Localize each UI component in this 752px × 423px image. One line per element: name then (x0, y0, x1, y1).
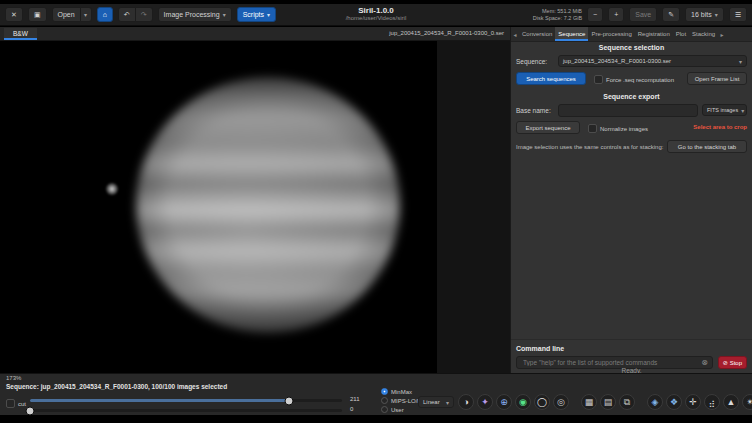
lo-threshold-slider[interactable] (30, 409, 342, 412)
tab-scroll-right-icon[interactable]: ▸ (718, 27, 726, 41)
tab-conversion[interactable]: Conversion (519, 27, 555, 41)
undo-button[interactable]: ↶ (118, 7, 136, 22)
menu-button[interactable]: ☰ (729, 7, 747, 22)
zoom-in-icon: + (614, 11, 618, 18)
control-tabs: ◂ Conversion Sequence Pre-processing Reg… (511, 27, 752, 42)
aperture-icon[interactable]: ✴ (742, 394, 752, 410)
mountain-icon[interactable]: ▲ (723, 394, 739, 410)
chevron-down-icon: ▾ (738, 107, 744, 114)
siril-window: ✕ ▣ Open ▾ ⌂ ↶ ↷ Image Processing ▾ Scri… (0, 0, 752, 423)
tab-pre-processing[interactable]: Pre-processing (588, 27, 634, 41)
display-mode-user[interactable]: User (381, 406, 423, 413)
image-viewport[interactable] (0, 41, 510, 373)
tab-scroll-left-icon[interactable]: ◂ (511, 27, 519, 41)
image-canvas[interactable] (0, 41, 437, 373)
sequence-status: Sequence: jup_200415_204534_R_F0001-0300… (6, 383, 227, 390)
bottom-bar: 173% Sequence: jup_200415_204534_R_F0001… (0, 373, 752, 415)
display-mode-group: MinMax MIPS-LO/HI User (381, 388, 423, 413)
star-icon[interactable]: ✦ (477, 394, 493, 410)
window-mode-button[interactable]: ▣ (28, 7, 47, 22)
sequence-dropdown[interactable]: jup_200415_204534_R_F0001-0300.ser ▾ (558, 55, 747, 67)
normalize-images-checkbox[interactable]: Normalize images (588, 124, 648, 133)
record-icon[interactable]: ◉ (515, 394, 531, 410)
bit-depth-dropdown[interactable]: 16 bits ▾ (685, 7, 724, 22)
crosshair-icon[interactable]: ✛ (685, 394, 701, 410)
tab-sequence[interactable]: Sequence (555, 27, 588, 41)
tab-bw-channel[interactable]: B&W (4, 28, 37, 40)
undo-icon: ↶ (124, 11, 130, 19)
zoom-level: 173% (6, 375, 21, 381)
snapshot-icon[interactable]: ◎ (553, 394, 569, 410)
export-format-dropdown[interactable]: FITS images ▾ (702, 104, 747, 116)
close-icon: ✕ (11, 11, 17, 19)
window-title: Siril-1.0.0 /home/user/Videos/siril (346, 6, 407, 22)
display-mode-minmax[interactable]: MinMax (381, 388, 423, 395)
disk-space: Disk Space: 7.2 GiB (533, 15, 582, 22)
hi-threshold-slider[interactable] (30, 399, 342, 402)
globe-icon[interactable]: ⊕ (496, 394, 512, 410)
base-name-input[interactable] (563, 106, 693, 115)
diamond-icon[interactable]: ◈ (647, 394, 663, 410)
lo-slider-knob[interactable] (26, 406, 35, 415)
chevron-down-icon: ▾ (84, 11, 87, 18)
command-line-header: Command line (516, 345, 752, 352)
save-as-icon: ✎ (668, 11, 674, 19)
checkbox-icon (588, 124, 597, 133)
force-seq-recompute-checkbox[interactable]: Force .seq recomputation (594, 75, 674, 84)
window-icon: ▣ (34, 11, 41, 19)
command-input[interactable] (521, 358, 698, 367)
radio-icon (381, 397, 388, 404)
open-menu-button[interactable]: ▾ (81, 7, 92, 22)
histogram-icon[interactable]: ⣴ (704, 394, 720, 410)
jupiter-image (136, 77, 400, 333)
image-processing-button[interactable]: Image Processing ▾ (158, 7, 232, 22)
home-button[interactable]: ⌂ (97, 7, 113, 22)
contrast-icon[interactable]: ◑ (458, 394, 474, 410)
base-name-label: Base name: (516, 107, 551, 114)
export-sequence-button[interactable]: Export sequence (516, 121, 580, 134)
checkbox-icon (6, 399, 15, 408)
command-line-section: Command line ⊗ ⊘ Stop Ready. (511, 339, 752, 373)
checkbox-icon (594, 75, 603, 84)
cut-checkbox[interactable]: cut (6, 399, 26, 408)
open-button[interactable]: Open (52, 7, 81, 22)
titlebar: ✕ ▣ Open ▾ ⌂ ↶ ↷ Image Processing ▾ Scri… (0, 4, 752, 26)
open-frame-list-button[interactable]: Open Frame List (687, 72, 747, 85)
radio-icon (381, 388, 388, 395)
display-mode-mips-lo-hi[interactable]: MIPS-LO/HI (381, 397, 423, 404)
layers-icon[interactable]: ❖ (666, 394, 682, 410)
resource-usage: Mem: 551.2 MiB Disk Space: 7.2 GiB (533, 8, 582, 22)
go-to-stacking-button[interactable]: Go to the stacking tab (667, 140, 747, 153)
lo-value: 0 (350, 406, 353, 412)
hi-slider-knob[interactable] (284, 396, 293, 405)
base-name-entry[interactable] (558, 104, 698, 117)
hamburger-icon: ☰ (735, 11, 741, 19)
save-as-button[interactable]: ✎ (662, 7, 680, 22)
hi-value: 211 (350, 396, 360, 402)
current-image-filename: jup_200415_204534_R_F0001-0300_0.ser (389, 30, 504, 36)
chevron-down-icon: ▾ (736, 58, 742, 65)
redo-button[interactable]: ↷ (136, 7, 153, 22)
tab-plot[interactable]: Plot (673, 27, 689, 41)
sequence-export-header: Sequence export (511, 93, 752, 100)
quick-tools-toolbar: ◑ ✦ ⊕ ◉ ◯ ◎ (458, 394, 752, 410)
search-sequences-button[interactable]: Search sequences (516, 72, 586, 85)
save-button[interactable]: Save (629, 7, 657, 22)
clear-icon[interactable]: ⊗ (701, 358, 708, 367)
zoom-out-button[interactable]: − (587, 7, 603, 22)
table-icon[interactable]: ▤ (600, 394, 616, 410)
tab-stacking[interactable]: Stacking (689, 27, 718, 41)
circle-icon[interactable]: ◯ (534, 394, 550, 410)
chevron-down-icon: ▾ (715, 11, 718, 18)
tab-registration[interactable]: Registration (635, 27, 673, 41)
scale-mode-dropdown[interactable]: Linear ▾ (418, 396, 454, 408)
zoom-in-button[interactable]: + (608, 7, 624, 22)
zoom-out-icon: − (593, 11, 597, 18)
close-button[interactable]: ✕ (5, 7, 23, 22)
stop-icon: ⊘ (723, 359, 728, 366)
scripts-button[interactable]: Scripts ▾ (237, 7, 276, 22)
redo-icon: ↷ (141, 11, 147, 19)
frames-icon[interactable]: ⧉ (619, 394, 635, 410)
grid-icon[interactable]: ▦ (581, 394, 597, 410)
moon-spot (106, 183, 118, 195)
